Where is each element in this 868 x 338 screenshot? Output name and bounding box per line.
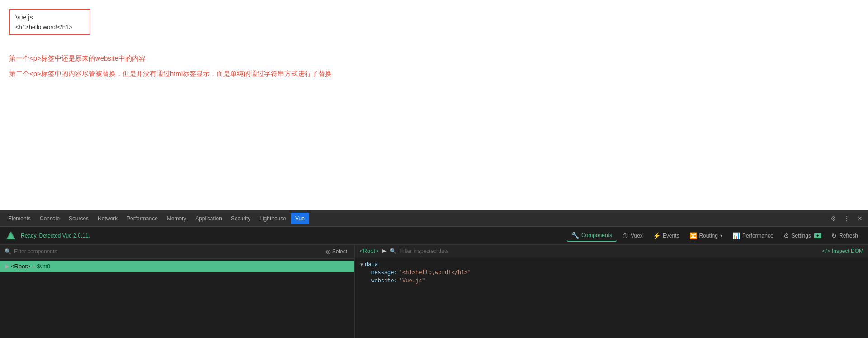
main-content: Vue.js <h1>hello,word!</h1> 第一个<p>标签中还是原…: [0, 0, 868, 210]
vue-box: Vue.js <h1>hello,word!</h1>: [9, 9, 90, 35]
vue-box-h1: <h1>hello,word!</h1>: [15, 24, 84, 30]
paragraph-2: 第二个<p>标签中的内容尽管被替换，但是并没有通过html标签显示，而是单纯的通…: [9, 68, 859, 79]
paragraph-section: 第一个<p>标签中还是原来的website中的内容 第二个<p>标签中的内容尽管…: [9, 53, 859, 79]
vue-box-title: Vue.js: [15, 14, 84, 21]
paragraph-1: 第一个<p>标签中还是原来的website中的内容: [9, 53, 859, 64]
